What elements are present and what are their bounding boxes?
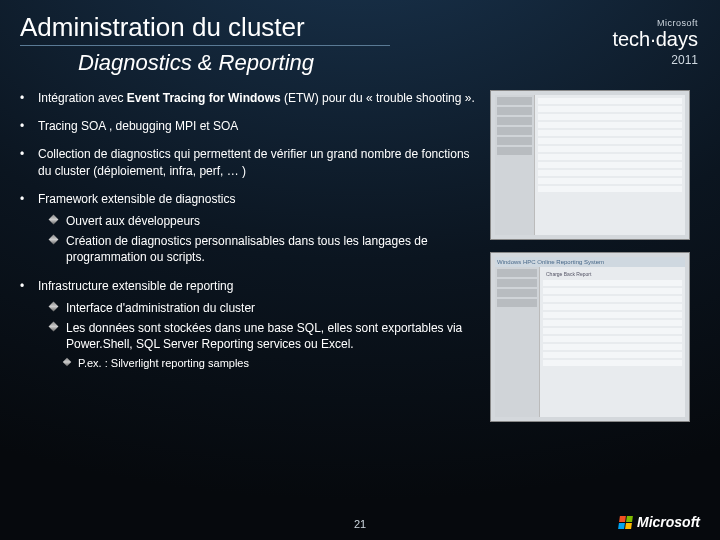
sub-sub-bullet-item: P.ex. : Silverlight reporting samples	[38, 356, 480, 371]
page-number: 21	[354, 518, 366, 530]
footer-logo: Microsoft	[619, 514, 700, 530]
bullet-column: Intégration avec Event Tracing for Windo…	[20, 90, 480, 434]
brand-block: Microsoft tech·days 2011	[612, 18, 698, 67]
bullet-text: Collection de diagnostics qui permettent…	[38, 147, 470, 177]
sub-bullet-item: Les données sont stockées dans une base …	[38, 320, 480, 352]
brand-product: tech·days	[612, 28, 698, 51]
brand-year: 2011	[612, 53, 698, 67]
bullet-item: Infrastructure extensible de reporting I…	[20, 278, 480, 372]
slide-title: Administration du cluster	[20, 12, 390, 46]
bullet-text-post: (ETW) pour du « trouble shooting ».	[281, 91, 475, 105]
slide-header: Administration du cluster Diagnostics & …	[0, 0, 720, 80]
slide-subtitle: Diagnostics & Reporting	[78, 50, 700, 76]
sub-bullet-list: Ouvert aux développeurs Création de diag…	[38, 213, 480, 266]
bullet-item: Tracing SOA , debugging MPI et SOA	[20, 118, 480, 134]
screenshot-admin-console	[490, 90, 690, 240]
sub-bullet-item: Création de diagnostics personnalisables…	[38, 233, 480, 265]
sub-bullet-item: Ouvert aux développeurs	[38, 213, 480, 229]
bullet-text-bold: Event Tracing for Windows	[127, 91, 281, 105]
bullet-text: Framework extensible de diagnostics	[38, 192, 235, 206]
bullet-text: Infrastructure extensible de reporting	[38, 279, 233, 293]
bullet-item: Collection de diagnostics qui permettent…	[20, 146, 480, 178]
screenshot-title: Windows HPC Online Reporting System	[495, 257, 685, 267]
microsoft-flag-icon	[618, 516, 633, 529]
sub-sub-bullet-list: P.ex. : Silverlight reporting samples	[38, 356, 480, 371]
sub-bullet-item: Interface d'administration du cluster	[38, 300, 480, 316]
screenshot-column: Windows HPC Online Reporting System Char…	[490, 90, 700, 434]
bullet-text-pre: Intégration avec	[38, 91, 127, 105]
screenshot-reporting-system: Windows HPC Online Reporting System Char…	[490, 252, 690, 422]
footer-logo-text: Microsoft	[637, 514, 700, 530]
main-bullet-list: Intégration avec Event Tracing for Windo…	[20, 90, 480, 371]
bullet-item: Framework extensible de diagnostics Ouve…	[20, 191, 480, 266]
sub-bullet-list: Interface d'administration du cluster Le…	[38, 300, 480, 353]
bullet-item: Intégration avec Event Tracing for Windo…	[20, 90, 480, 106]
bullet-text: Tracing SOA , debugging MPI et SOA	[38, 119, 238, 133]
screenshot-subtitle: Charge Back Report	[543, 270, 682, 278]
brand-company: Microsoft	[612, 18, 698, 28]
content-area: Intégration avec Event Tracing for Windo…	[0, 80, 720, 434]
